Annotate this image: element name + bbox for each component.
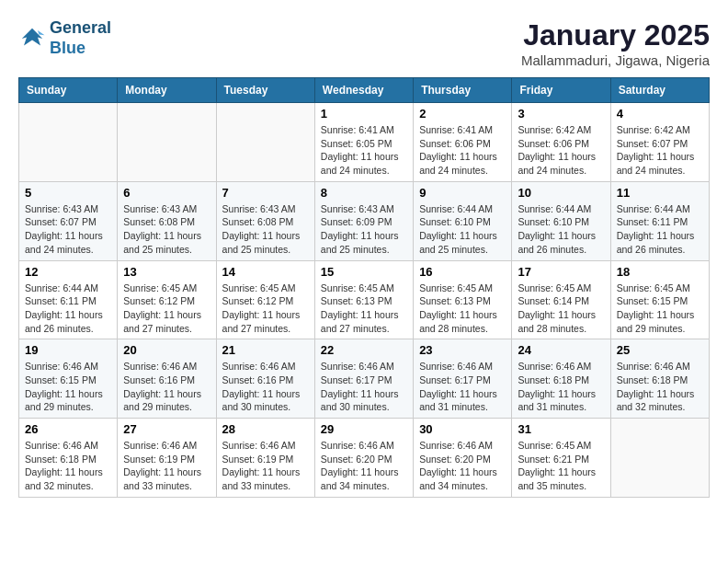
table-row: 13Sunrise: 6:45 AM Sunset: 6:12 PM Dayli…	[118, 260, 216, 339]
table-row	[610, 419, 709, 498]
day-number: 13	[123, 265, 210, 279]
day-number: 29	[321, 422, 407, 436]
day-number: 27	[123, 422, 210, 436]
day-info: Sunrise: 6:46 AM Sunset: 6:20 PM Dayligh…	[321, 439, 407, 493]
table-row: 7Sunrise: 6:43 AM Sunset: 6:08 PM Daylig…	[216, 181, 314, 260]
day-number: 6	[123, 186, 210, 200]
day-info: Sunrise: 6:46 AM Sunset: 6:16 PM Dayligh…	[222, 360, 309, 414]
logo-text: General Blue	[50, 18, 111, 58]
table-row: 30Sunrise: 6:46 AM Sunset: 6:20 PM Dayli…	[414, 419, 512, 498]
calendar-week-row: 1Sunrise: 6:41 AM Sunset: 6:05 PM Daylig…	[19, 103, 710, 182]
day-number: 9	[419, 186, 506, 200]
day-info: Sunrise: 6:45 AM Sunset: 6:14 PM Dayligh…	[518, 282, 604, 336]
table-row: 9Sunrise: 6:44 AM Sunset: 6:10 PM Daylig…	[414, 181, 512, 260]
day-info: Sunrise: 6:44 AM Sunset: 6:10 PM Dayligh…	[419, 202, 506, 257]
col-friday: Friday	[512, 78, 610, 103]
col-wednesday: Wednesday	[314, 78, 413, 103]
day-number: 26	[25, 422, 111, 436]
table-row: 11Sunrise: 6:44 AM Sunset: 6:11 PM Dayli…	[610, 181, 709, 260]
day-number: 23	[419, 343, 506, 357]
table-row: 31Sunrise: 6:45 AM Sunset: 6:21 PM Dayli…	[512, 419, 610, 498]
table-row: 18Sunrise: 6:45 AM Sunset: 6:15 PM Dayli…	[610, 260, 709, 339]
day-number: 4	[617, 107, 703, 121]
table-row: 26Sunrise: 6:46 AM Sunset: 6:18 PM Dayli…	[19, 419, 118, 498]
day-number: 11	[617, 186, 703, 200]
col-monday: Monday	[118, 78, 216, 103]
day-info: Sunrise: 6:45 AM Sunset: 6:15 PM Dayligh…	[617, 282, 703, 336]
day-info: Sunrise: 6:45 AM Sunset: 6:13 PM Dayligh…	[321, 282, 407, 336]
day-number: 19	[25, 343, 111, 357]
day-number: 17	[518, 265, 604, 279]
table-row: 1Sunrise: 6:41 AM Sunset: 6:05 PM Daylig…	[314, 103, 413, 182]
table-row: 10Sunrise: 6:44 AM Sunset: 6:10 PM Dayli…	[512, 181, 610, 260]
table-row	[19, 103, 118, 182]
day-number: 21	[222, 343, 309, 357]
location-subtitle: Mallammaduri, Jigawa, Nigeria	[521, 52, 710, 68]
day-number: 7	[222, 186, 309, 200]
table-row	[118, 103, 216, 182]
day-info: Sunrise: 6:46 AM Sunset: 6:18 PM Dayligh…	[617, 360, 703, 414]
day-info: Sunrise: 6:43 AM Sunset: 6:07 PM Dayligh…	[25, 202, 111, 257]
day-info: Sunrise: 6:46 AM Sunset: 6:18 PM Dayligh…	[25, 439, 111, 493]
day-number: 3	[518, 107, 604, 121]
svg-marker-0	[22, 28, 43, 45]
day-number: 5	[25, 186, 111, 200]
day-number: 20	[123, 343, 210, 357]
table-row: 3Sunrise: 6:42 AM Sunset: 6:06 PM Daylig…	[512, 103, 610, 182]
day-info: Sunrise: 6:46 AM Sunset: 6:17 PM Dayligh…	[419, 360, 506, 414]
day-info: Sunrise: 6:46 AM Sunset: 6:15 PM Dayligh…	[25, 360, 111, 414]
table-row	[216, 103, 314, 182]
day-info: Sunrise: 6:46 AM Sunset: 6:17 PM Dayligh…	[321, 360, 407, 414]
table-row: 15Sunrise: 6:45 AM Sunset: 6:13 PM Dayli…	[314, 260, 413, 339]
day-info: Sunrise: 6:46 AM Sunset: 6:20 PM Dayligh…	[419, 439, 506, 493]
day-info: Sunrise: 6:42 AM Sunset: 6:06 PM Dayligh…	[518, 123, 604, 178]
table-row: 27Sunrise: 6:46 AM Sunset: 6:19 PM Dayli…	[118, 419, 216, 498]
logo-icon	[18, 25, 46, 52]
calendar-week-row: 19Sunrise: 6:46 AM Sunset: 6:15 PM Dayli…	[19, 339, 710, 419]
calendar-table: Sunday Monday Tuesday Wednesday Thursday…	[18, 77, 710, 498]
table-row: 19Sunrise: 6:46 AM Sunset: 6:15 PM Dayli…	[19, 339, 118, 419]
table-row: 4Sunrise: 6:42 AM Sunset: 6:07 PM Daylig…	[610, 103, 709, 182]
day-number: 14	[222, 265, 309, 279]
day-number: 8	[321, 186, 407, 200]
day-info: Sunrise: 6:46 AM Sunset: 6:16 PM Dayligh…	[123, 360, 210, 414]
day-info: Sunrise: 6:45 AM Sunset: 6:21 PM Dayligh…	[518, 439, 604, 493]
day-number: 1	[321, 107, 407, 121]
table-row: 22Sunrise: 6:46 AM Sunset: 6:17 PM Dayli…	[314, 339, 413, 419]
day-number: 25	[617, 343, 703, 357]
day-number: 24	[518, 343, 604, 357]
day-info: Sunrise: 6:42 AM Sunset: 6:07 PM Dayligh…	[617, 123, 703, 178]
day-number: 10	[518, 186, 604, 200]
col-saturday: Saturday	[610, 78, 709, 103]
table-row: 29Sunrise: 6:46 AM Sunset: 6:20 PM Dayli…	[314, 419, 413, 498]
day-number: 28	[222, 422, 309, 436]
day-info: Sunrise: 6:43 AM Sunset: 6:08 PM Dayligh…	[222, 202, 309, 257]
col-tuesday: Tuesday	[216, 78, 314, 103]
day-number: 16	[419, 265, 506, 279]
table-row: 24Sunrise: 6:46 AM Sunset: 6:18 PM Dayli…	[512, 339, 610, 419]
table-row: 28Sunrise: 6:46 AM Sunset: 6:19 PM Dayli…	[216, 419, 314, 498]
calendar-header-row: Sunday Monday Tuesday Wednesday Thursday…	[19, 78, 710, 103]
day-info: Sunrise: 6:45 AM Sunset: 6:13 PM Dayligh…	[419, 282, 506, 336]
title-block: January 2025 Mallammaduri, Jigawa, Niger…	[521, 18, 710, 68]
day-info: Sunrise: 6:46 AM Sunset: 6:19 PM Dayligh…	[222, 439, 309, 493]
table-row: 12Sunrise: 6:44 AM Sunset: 6:11 PM Dayli…	[19, 260, 118, 339]
calendar-week-row: 12Sunrise: 6:44 AM Sunset: 6:11 PM Dayli…	[19, 260, 710, 339]
day-info: Sunrise: 6:44 AM Sunset: 6:11 PM Dayligh…	[617, 202, 703, 257]
day-info: Sunrise: 6:45 AM Sunset: 6:12 PM Dayligh…	[123, 282, 210, 336]
table-row: 16Sunrise: 6:45 AM Sunset: 6:13 PM Dayli…	[414, 260, 512, 339]
day-number: 18	[617, 265, 703, 279]
table-row: 25Sunrise: 6:46 AM Sunset: 6:18 PM Dayli…	[610, 339, 709, 419]
day-info: Sunrise: 6:41 AM Sunset: 6:05 PM Dayligh…	[321, 123, 407, 178]
col-sunday: Sunday	[19, 78, 118, 103]
day-info: Sunrise: 6:44 AM Sunset: 6:10 PM Dayligh…	[518, 202, 604, 257]
col-thursday: Thursday	[414, 78, 512, 103]
table-row: 21Sunrise: 6:46 AM Sunset: 6:16 PM Dayli…	[216, 339, 314, 419]
day-number: 15	[321, 265, 407, 279]
table-row: 17Sunrise: 6:45 AM Sunset: 6:14 PM Dayli…	[512, 260, 610, 339]
day-number: 31	[518, 422, 604, 436]
table-row: 2Sunrise: 6:41 AM Sunset: 6:06 PM Daylig…	[414, 103, 512, 182]
table-row: 8Sunrise: 6:43 AM Sunset: 6:09 PM Daylig…	[314, 181, 413, 260]
table-row: 6Sunrise: 6:43 AM Sunset: 6:08 PM Daylig…	[118, 181, 216, 260]
day-info: Sunrise: 6:44 AM Sunset: 6:11 PM Dayligh…	[25, 282, 111, 336]
